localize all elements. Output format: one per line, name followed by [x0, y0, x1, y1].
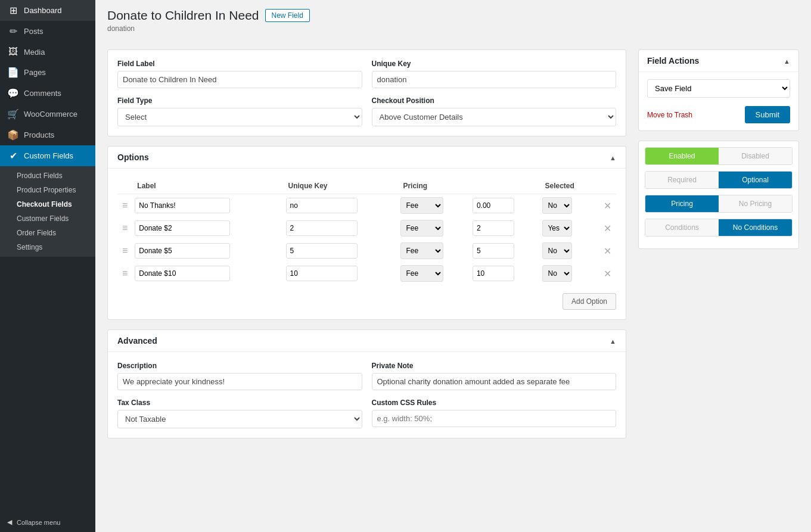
tax-class-row: Tax Class Not Taxable Custom CSS Rules [117, 399, 616, 428]
remove-option-button[interactable]: ✕ [601, 199, 614, 213]
option-selected-select[interactable]: NoYes [542, 220, 572, 237]
submit-button[interactable]: Submit [745, 106, 790, 123]
field-actions-header: Field Actions [639, 50, 798, 72]
new-field-button[interactable]: New Field [265, 9, 310, 22]
options-table: Label Unique Key Pricing Selected ≡ FeeP… [117, 178, 616, 285]
remove-option-button[interactable]: ✕ [601, 222, 614, 235]
sidebar-item-comments[interactable]: 💬 Comments [0, 83, 95, 104]
field-actions-title: Field Actions [647, 56, 699, 66]
field-details-panel: Field Label Unique Key Field Type Sel [107, 49, 626, 136]
collapse-icon: ◀ [7, 518, 12, 526]
field-actions-panel: Field Actions Save Field Move to Trash S… [638, 49, 799, 131]
option-pricing-select[interactable]: FeePercentFixed [400, 220, 443, 237]
advanced-collapse-icon[interactable] [610, 336, 616, 346]
unique-key-label: Unique Key [372, 60, 617, 68]
option-key-input[interactable] [286, 243, 358, 259]
advanced-panel: Advanced Description Private Note [107, 329, 626, 438]
field-actions-select[interactable]: Save Field [647, 79, 790, 98]
sidebar-item-checkout-fields[interactable]: Checkout Fields [0, 197, 95, 211]
options-collapse-icon[interactable] [610, 153, 616, 162]
right-sidebar: Field Actions Save Field Move to Trash S… [638, 49, 799, 522]
col-pricing: Pricing [398, 178, 540, 194]
move-to-trash-link[interactable]: Move to Trash [647, 111, 692, 119]
conditions-button[interactable]: Conditions [645, 219, 719, 236]
private-note-group: Private Note [372, 362, 617, 390]
tax-class-select[interactable]: Not Taxable [117, 410, 362, 428]
unique-key-input[interactable] [372, 71, 617, 88]
optional-button[interactable]: Optional [719, 172, 792, 188]
field-label-group: Field Label [117, 60, 362, 88]
option-label-input[interactable] [135, 198, 230, 213]
option-price-input[interactable] [473, 220, 514, 236]
option-pricing-select[interactable]: FeePercentFixed [400, 197, 443, 214]
option-key-input[interactable] [286, 198, 358, 213]
option-label-input[interactable] [135, 243, 230, 259]
sidebar-item-posts[interactable]: ✏ Posts [0, 21, 95, 42]
options-header: Options [108, 147, 626, 169]
table-row: ≡ FeePercentFixed NoYes ✕ [117, 217, 616, 239]
option-selected-select[interactable]: NoYes [542, 265, 572, 282]
option-label-input[interactable] [135, 220, 230, 236]
sidebar-item-products[interactable]: 📦 Products [0, 125, 95, 145]
sidebar-item-custom-fields[interactable]: ✔ Custom Fields [0, 145, 95, 166]
field-type-select[interactable]: Select [117, 108, 362, 126]
products-icon: 📦 [7, 129, 19, 141]
option-selected-select[interactable]: NoYes [542, 242, 572, 259]
description-label: Description [117, 362, 362, 370]
sidebar-item-settings[interactable]: Settings [0, 240, 95, 254]
option-price-input[interactable] [473, 198, 514, 213]
required-button[interactable]: Required [645, 172, 719, 188]
sidebar-item-order-fields[interactable]: Order Fields [0, 226, 95, 240]
option-label-input[interactable] [135, 266, 230, 281]
field-type-label: Field Type [117, 97, 362, 105]
remove-option-button[interactable]: ✕ [601, 244, 614, 258]
description-row: Description Private Note [117, 362, 616, 390]
sidebar-item-product-properties[interactable]: Product Properties [0, 183, 95, 197]
private-note-input[interactable] [372, 373, 617, 390]
sidebar-item-dashboard[interactable]: ⊞ Dashboard [0, 0, 95, 21]
col-key: Unique Key [284, 178, 399, 194]
sidebar-item-customer-fields[interactable]: Customer Fields [0, 211, 95, 226]
sidebar-item-media[interactable]: 🖼 Media [0, 42, 95, 62]
dashboard-icon: ⊞ [7, 5, 19, 16]
option-pricing-select[interactable]: FeePercentFixed [400, 242, 443, 259]
pricing-button[interactable]: Pricing [645, 195, 719, 212]
field-type-group: Field Type Select [117, 97, 362, 126]
disabled-button[interactable]: Disabled [719, 148, 792, 164]
option-key-input[interactable] [286, 220, 358, 236]
css-rules-label: Custom CSS Rules [372, 399, 617, 407]
option-pricing-select[interactable]: FeePercentFixed [400, 265, 443, 282]
no-pricing-button[interactable]: No Pricing [719, 195, 792, 212]
css-rules-input[interactable] [372, 410, 617, 427]
option-price-input[interactable] [473, 243, 514, 259]
drag-handle[interactable]: ≡ [120, 200, 130, 210]
conditions-toggle: Conditions No Conditions [645, 219, 793, 237]
field-actions-collapse-icon[interactable] [784, 56, 790, 66]
option-selected-select[interactable]: NoYes [542, 197, 572, 214]
col-label: Label [132, 178, 283, 194]
checkout-position-label: Checkout Position [372, 97, 617, 105]
checkout-position-select[interactable]: Above Customer Details [372, 108, 617, 126]
sidebar-collapse-menu[interactable]: ◀ Collapse menu [0, 512, 95, 532]
drag-handle[interactable]: ≡ [120, 223, 130, 233]
enabled-button[interactable]: Enabled [645, 148, 719, 164]
main-area: Donate to Children In Need New Field don… [95, 0, 811, 532]
no-conditions-button[interactable]: No Conditions [719, 219, 792, 236]
drag-handle[interactable]: ≡ [120, 245, 130, 256]
description-input[interactable] [117, 373, 362, 390]
media-icon: 🖼 [7, 46, 19, 57]
option-key-input[interactable] [286, 266, 358, 281]
remove-option-button[interactable]: ✕ [601, 267, 614, 281]
checkout-position-group: Checkout Position Above Customer Details [372, 97, 617, 126]
pages-icon: 📄 [7, 67, 19, 78]
drag-handle[interactable]: ≡ [120, 268, 130, 278]
advanced-header: Advanced [108, 330, 626, 352]
option-price-input[interactable] [473, 266, 514, 281]
add-option-button[interactable]: Add Option [563, 293, 616, 310]
enabled-disabled-toggle: Enabled Disabled [645, 147, 793, 165]
sidebar-item-pages[interactable]: 📄 Pages [0, 62, 95, 83]
sidebar-item-product-fields[interactable]: Product Fields [0, 169, 95, 183]
sidebar-item-woocommerce[interactable]: 🛒 WooCommerce [0, 104, 95, 125]
field-label-label: Field Label [117, 60, 362, 68]
field-label-input[interactable] [117, 71, 362, 88]
